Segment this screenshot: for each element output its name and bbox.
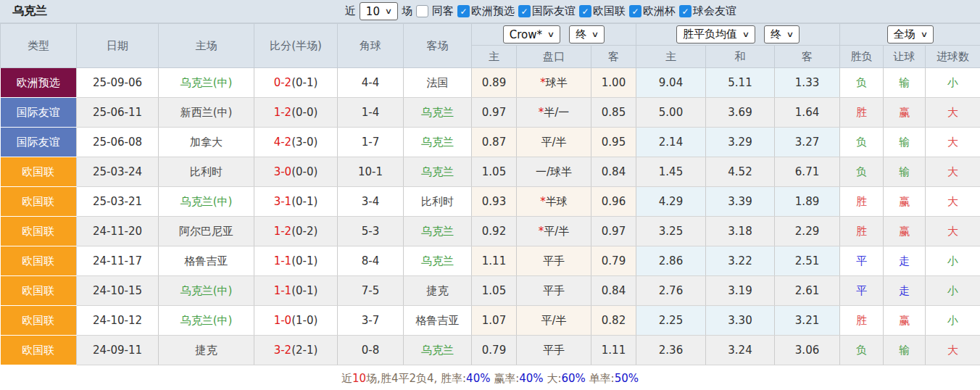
match-date: 25-03-24: [77, 157, 159, 187]
odds-lose: 3.06: [775, 336, 840, 365]
odds-lose: 2.51: [775, 246, 840, 276]
score-cell: 0-2(0-1): [254, 68, 338, 98]
handicap-line: *球半: [517, 68, 591, 98]
type-badge: 欧国联: [1, 187, 77, 217]
handicap-line: 平/半: [517, 128, 591, 157]
sub-header-odds-lose: 客: [775, 46, 840, 68]
result-handicap: 赢: [884, 187, 926, 217]
handicap-group-header: Crow*∨ 终∨: [472, 24, 636, 46]
score-cell: 3-0(0-0): [254, 157, 338, 187]
checkbox-checked-icon[interactable]: [457, 5, 470, 17]
result-wdl: 胜: [840, 217, 884, 246]
odds-type-select[interactable]: 胜平负均值∨: [676, 25, 755, 43]
handicap-line: *平/半: [517, 217, 591, 246]
filter-club-friendly[interactable]: 球会友谊: [679, 4, 736, 18]
scope-select[interactable]: 全场∨: [887, 25, 934, 43]
result-handicap: 赢: [884, 217, 926, 246]
same-away-checkbox[interactable]: [416, 5, 428, 17]
col-header-type: 类型: [1, 24, 77, 68]
same-away-label[interactable]: 同客: [432, 4, 454, 18]
topbar: 乌克兰 近 10∨ 场 同客 欧洲预选 国际友谊 欧国联 欧洲杯 球会友谊: [0, 0, 980, 23]
odds-lose: 2.29: [775, 217, 840, 246]
checkbox-checked-icon[interactable]: [518, 5, 531, 17]
corner-score: 10-1: [338, 157, 404, 187]
away-team: 法国: [404, 68, 472, 98]
odds-win: 5.00: [636, 98, 706, 128]
handicap-line: *半/一: [517, 98, 591, 128]
odds-draw: 3.24: [706, 336, 775, 365]
away-team: 比利时: [404, 187, 472, 217]
col-header-away: 客场: [404, 24, 472, 68]
odds-draw: 3.18: [706, 217, 775, 246]
handicap-home-odds: 1.05: [472, 157, 517, 187]
odds-time-select[interactable]: 终∨: [764, 25, 800, 43]
result-wdl: 胜: [840, 187, 884, 217]
filter-euro-cup[interactable]: 欧洲杯: [629, 4, 676, 18]
home-team: 乌克兰(中): [159, 187, 254, 217]
score-cell: 1-1(0-1): [254, 246, 338, 276]
type-badge: 国际友谊: [1, 128, 77, 157]
result-wdl: 负: [840, 336, 884, 365]
result-wdl: 负: [840, 157, 884, 187]
bookmaker-time-select[interactable]: 终∨: [569, 25, 605, 43]
away-team: 乌克兰: [404, 336, 472, 365]
match-row: 欧国联24-10-15乌克兰(中)1-1(0-1)7-5捷克1.05平手0.84…: [1, 276, 980, 306]
result-handicap: 赢: [884, 98, 926, 128]
corner-score: 7-5: [338, 276, 404, 306]
odds-group-header: 胜平负均值∨ 终∨: [636, 24, 840, 46]
away-team: 乌克兰: [404, 128, 472, 157]
handicap-line: 平/半: [517, 306, 591, 336]
corner-score: 1-4: [338, 98, 404, 128]
summary-big-rate: 60%: [561, 372, 585, 385]
match-row: 欧国联25-03-24比利时3-0(0-0)10-1乌克兰1.05一/球半0.8…: [1, 157, 980, 187]
result-goals: 小: [926, 246, 980, 276]
checkbox-checked-icon[interactable]: [629, 5, 641, 17]
handicap-line: *半球: [517, 187, 591, 217]
corner-score: 1-7: [338, 128, 404, 157]
chevron-down-icon: ∨: [385, 7, 392, 16]
odds-draw: 3.19: [706, 276, 775, 306]
handicap-away-odds: 0.97: [591, 217, 636, 246]
chevron-down-icon: ∨: [547, 30, 555, 39]
handicap-home-odds: 1.11: [472, 246, 517, 276]
filter-euro-qualifier[interactable]: 欧洲预选: [457, 4, 515, 18]
filter-controls: 近 10∨ 场 同客 欧洲预选 国际友谊 欧国联 欧洲杯 球会友谊: [345, 2, 980, 20]
corner-score: 3-4: [338, 187, 404, 217]
result-wdl: 平: [840, 276, 884, 306]
handicap-away-odds: 1.00: [591, 68, 636, 98]
handicap-home-odds: 0.79: [472, 336, 517, 365]
handicap-away-odds: 0.95: [591, 128, 636, 157]
away-team: 乌克兰: [404, 98, 472, 128]
checkbox-checked-icon[interactable]: [579, 5, 591, 17]
sub-header-result-wdl: 胜负: [840, 46, 884, 68]
result-goals: 小: [926, 306, 980, 336]
filter-intl-friendly[interactable]: 国际友谊: [518, 4, 576, 18]
result-goals: 大: [926, 98, 980, 128]
home-team: 乌克兰(中): [159, 276, 254, 306]
bookmaker-select[interactable]: Crow*∨: [503, 25, 560, 43]
type-badge: 欧国联: [1, 336, 77, 365]
chevron-down-icon: ∨: [920, 30, 927, 39]
home-team: 新西兰(中): [159, 98, 254, 128]
result-wdl: 平: [840, 246, 884, 276]
match-count-select[interactable]: 10∨: [360, 2, 398, 20]
summary-near: 近: [341, 372, 352, 386]
summary-record: 场,胜4平2负4, 胜率:: [366, 372, 466, 386]
handicap-line: 一/球半: [517, 157, 591, 187]
sub-header-odds-win: 主: [636, 46, 706, 68]
odds-win: 2.76: [636, 276, 706, 306]
match-date: 24-10-12: [77, 306, 159, 336]
result-goals: 大: [926, 187, 980, 217]
score-cell: 3-2(2-1): [254, 336, 338, 365]
sub-header-result-goals: 进球数: [926, 46, 980, 68]
filter-nations-league[interactable]: 欧国联: [579, 4, 626, 18]
odds-draw: 3.39: [706, 187, 775, 217]
handicap-home-odds: 1.05: [472, 276, 517, 306]
score-cell: 1-1(0-1): [254, 276, 338, 306]
corner-score: 3-7: [338, 306, 404, 336]
checkbox-checked-icon[interactable]: [679, 5, 692, 17]
handicap-away-odds: 1.11: [591, 336, 636, 365]
handicap-home-odds: 1.07: [472, 306, 517, 336]
odds-lose: 3.21: [775, 306, 840, 336]
match-date: 25-03-21: [77, 187, 159, 217]
